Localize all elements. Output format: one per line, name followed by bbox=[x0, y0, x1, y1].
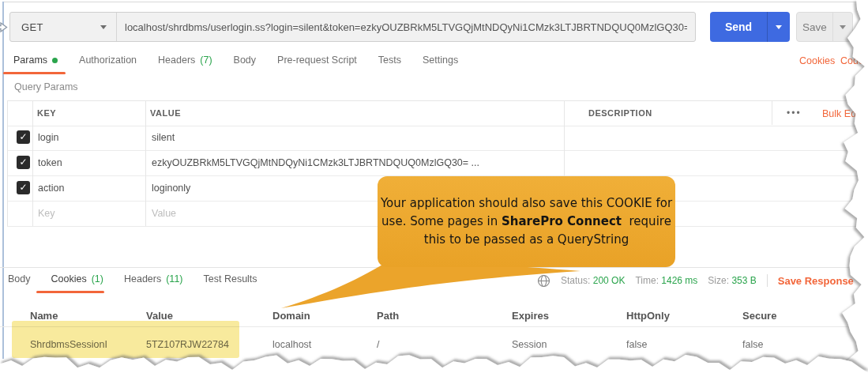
cookie-col-path: Path bbox=[377, 310, 399, 322]
param-value-cell[interactable]: loginonly bbox=[152, 183, 190, 194]
tab-body[interactable]: Body bbox=[234, 55, 257, 66]
param-row-login: ✓ login silent bbox=[7, 125, 868, 151]
param-value-cell[interactable]: ezkyOUZBRkM5LTVGQjMtNDQyNi1CMzk3LTJBRTND… bbox=[152, 157, 479, 168]
tab-response-body-label: Body bbox=[8, 273, 31, 284]
param-checkbox[interactable]: ✓ bbox=[17, 181, 30, 194]
url-input[interactable]: localhost/shrdbms/userlogin.ss?login=sil… bbox=[117, 13, 695, 41]
chevron-down-icon bbox=[858, 279, 864, 286]
param-row-token: ✓ token ezkyOUZBRkM5LTVGQjMtNDQyNi1CMzk3… bbox=[7, 150, 868, 176]
highlight-marker bbox=[12, 321, 239, 358]
cookie-col-domain: Domain bbox=[272, 310, 310, 322]
tab-prerequest-script[interactable]: Pre-request Script bbox=[277, 55, 357, 66]
callout-line2-pre: use. Some pages in bbox=[381, 214, 502, 228]
time-value: 1426 ms bbox=[661, 275, 697, 286]
postman-request-screenshot: GET localhost/shrdbms/userlogin.ss?login… bbox=[0, 0, 868, 373]
response-tabs: Body Cookies (1) Headers (11) Test Resul… bbox=[8, 273, 257, 284]
column-header-key: KEY bbox=[37, 108, 56, 118]
send-button[interactable]: Send bbox=[710, 12, 790, 42]
query-params-title: Query Params bbox=[14, 81, 78, 92]
code-link[interactable]: Code bbox=[840, 55, 864, 66]
cookies-link[interactable]: Cookies bbox=[799, 55, 835, 66]
status-value: 200 OK bbox=[593, 275, 626, 286]
cursor-arrow-icon bbox=[0, 21, 8, 33]
save-label: Save bbox=[797, 13, 832, 41]
cookie-domain-cell: localhost bbox=[272, 339, 311, 350]
save-button[interactable]: Save bbox=[796, 12, 853, 42]
size-label: Size: bbox=[708, 275, 729, 286]
cookie-secure-cell: false bbox=[742, 339, 763, 350]
table-border bbox=[32, 100, 33, 226]
tab-headers-count: (7) bbox=[200, 55, 212, 66]
tab-params-label: Params bbox=[13, 55, 47, 66]
tab-response-cookies-count: (1) bbox=[92, 273, 103, 284]
check-icon: ✓ bbox=[19, 182, 27, 193]
more-options-icon[interactable]: ••• bbox=[787, 107, 802, 119]
table-border bbox=[772, 100, 772, 125]
tab-body-label: Body bbox=[234, 55, 257, 66]
column-header-value: VALUE bbox=[150, 108, 181, 118]
callout-line2-bold: SharePro Connect bbox=[502, 214, 622, 228]
chevron-down-icon bbox=[100, 25, 107, 32]
check-icon: ✓ bbox=[19, 156, 27, 168]
method-select[interactable]: GET bbox=[10, 13, 117, 41]
tab-response-cookies[interactable]: Cookies (1) bbox=[51, 273, 103, 284]
param-checkbox[interactable]: ✓ bbox=[17, 130, 30, 144]
tab-headers[interactable]: Headers (7) bbox=[158, 55, 212, 66]
tab-test-results[interactable]: Test Results bbox=[204, 273, 257, 284]
cookie-col-value: Value bbox=[146, 310, 173, 322]
callout-line2-post: require bbox=[622, 214, 671, 228]
param-checkbox[interactable]: ✓ bbox=[17, 156, 30, 169]
tab-settings[interactable]: Settings bbox=[423, 55, 458, 66]
cookie-path-cell: / bbox=[377, 339, 379, 350]
tab-test-results-label: Test Results bbox=[204, 273, 257, 284]
callout-text-line1: Your application should also save this C… bbox=[381, 194, 672, 213]
tab-headers-label: Headers bbox=[158, 55, 195, 66]
cookie-col-name: Name bbox=[30, 310, 58, 322]
param-key-cell[interactable]: login bbox=[38, 132, 58, 143]
callout-text-line2: use. Some pages in SharePro Connect requ… bbox=[381, 213, 671, 231]
bulk-edit-link[interactable]: Bulk Edit bbox=[822, 108, 861, 119]
request-tabs: Params Authorization Headers (7) Body Pr… bbox=[13, 55, 458, 66]
save-response-label: Save Response bbox=[778, 275, 854, 287]
time-item: Time: 1426 ms bbox=[635, 275, 697, 286]
chevron-down-icon bbox=[776, 25, 782, 32]
tab-authorization-label: Authorization bbox=[79, 55, 137, 66]
param-key-cell[interactable]: action bbox=[38, 183, 64, 194]
divider bbox=[767, 274, 768, 287]
response-meta: Status: 200 OK Time: 1426 ms Size: 353 B… bbox=[537, 271, 864, 290]
globe-icon bbox=[537, 274, 550, 288]
method-label: GET bbox=[21, 21, 43, 33]
param-key-placeholder[interactable]: Key bbox=[38, 208, 55, 219]
tab-prerequest-label: Pre-request Script bbox=[277, 55, 357, 66]
param-value-placeholder[interactable]: Value bbox=[152, 208, 176, 219]
tab-response-headers-label: Headers bbox=[124, 273, 161, 284]
callout-text-line3: this to be passed as a QueryString bbox=[424, 231, 629, 249]
tab-settings-label: Settings bbox=[423, 55, 458, 66]
callout-balloon: Your application should also save this C… bbox=[378, 176, 675, 267]
save-options-button[interactable] bbox=[832, 13, 852, 41]
cookie-col-secure: Secure bbox=[742, 310, 776, 322]
response-section-border bbox=[0, 267, 868, 268]
status-label: Status: bbox=[561, 275, 590, 286]
table-border bbox=[145, 100, 146, 226]
check-icon: ✓ bbox=[19, 131, 27, 142]
save-response-button[interactable]: Save Response bbox=[778, 275, 864, 287]
active-tab-underline bbox=[3, 72, 66, 74]
chevron-down-icon bbox=[840, 25, 846, 32]
tab-tests[interactable]: Tests bbox=[378, 55, 401, 66]
cookie-httponly-cell: false bbox=[626, 339, 647, 350]
frame-top-line bbox=[2, 2, 859, 2]
param-value-cell[interactable]: silent bbox=[152, 132, 175, 143]
frame-left-line bbox=[2, 2, 4, 359]
send-options-button[interactable] bbox=[767, 12, 790, 42]
tab-response-body[interactable]: Body bbox=[8, 273, 31, 284]
tab-response-cookies-label: Cookies bbox=[51, 273, 87, 284]
tab-response-headers[interactable]: Headers (11) bbox=[124, 273, 183, 284]
tab-params[interactable]: Params bbox=[13, 55, 58, 66]
tab-tests-label: Tests bbox=[378, 55, 401, 66]
tab-authorization[interactable]: Authorization bbox=[79, 55, 137, 66]
tab-response-headers-count: (11) bbox=[166, 273, 182, 284]
param-key-cell[interactable]: token bbox=[38, 157, 62, 168]
cookie-col-expires: Expires bbox=[512, 310, 549, 322]
active-tab-underline bbox=[36, 291, 104, 293]
